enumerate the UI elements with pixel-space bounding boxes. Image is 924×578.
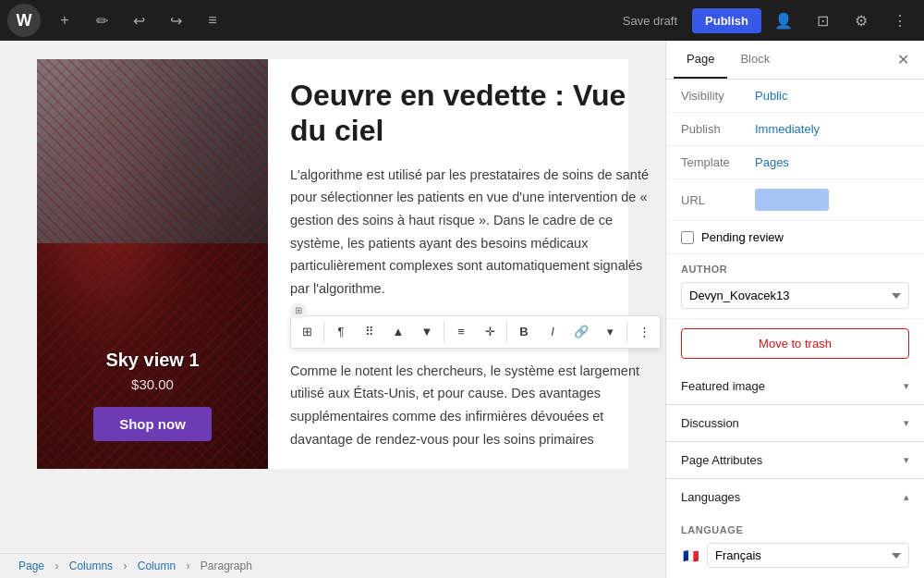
featured-image-section: Featured image ▾ <box>666 368 924 405</box>
featured-image-header[interactable]: Featured image ▾ <box>666 368 924 404</box>
chevron-down-icon: ▾ <box>607 325 614 338</box>
settings-icon: ⚙ <box>855 12 868 30</box>
paragraph-icon: ¶ <box>338 325 345 338</box>
drag-icon: ⠿ <box>365 325 374 338</box>
languages-label: Languages <box>681 490 740 504</box>
wp-logo-icon: W <box>17 11 32 31</box>
link-button[interactable]: 🔗 <box>567 318 595 346</box>
pending-review-checkbox[interactable] <box>681 231 694 244</box>
block-transform-icon: ⊞ <box>302 325 312 338</box>
breadcrumb-item-column[interactable]: Column <box>138 560 176 572</box>
toolbar-divider1 <box>323 321 324 343</box>
publish-value[interactable]: Immediately <box>755 122 820 136</box>
view-toggle-button[interactable]: ⊡ <box>806 4 839 37</box>
block-handle-indicator: ⊞ <box>290 302 307 319</box>
justify-button[interactable]: ✛ <box>476 318 504 346</box>
up-arrow-icon: ▲ <box>393 325 405 338</box>
move-to-trash-button[interactable]: Move to trash <box>681 328 909 359</box>
visibility-row: Visibility Public <box>666 80 924 113</box>
bold-icon: B <box>519 325 528 338</box>
align-icon: ≡ <box>457 325 465 338</box>
toolbar-divider3 <box>506 321 507 343</box>
discussion-header[interactable]: Discussion ▾ <box>666 405 924 441</box>
user-icon: 👤 <box>774 12 793 30</box>
tab-block[interactable]: Block <box>727 41 783 79</box>
languages-section: Languages ▴ Language 🇫🇷 Français Transla… <box>666 479 924 578</box>
product-card-content: Sky view 1 $30.00 Shop now <box>93 350 212 441</box>
add-block-button[interactable]: + <box>48 4 81 37</box>
sidebar-header: Page Block ✕ <box>666 41 924 80</box>
columns-block: Sky view 1 $30.00 Shop now Oeuvre en ved… <box>37 59 628 469</box>
publish-button[interactable]: Publish <box>692 8 761 33</box>
breadcrumb: Page › Columns › Column › Paragraph <box>0 553 665 578</box>
content-block: Sky view 1 $30.00 Shop now Oeuvre en ved… <box>37 59 628 469</box>
breadcrumb-item-page[interactable]: Page <box>18 560 44 572</box>
language-select[interactable]: Français <box>707 543 909 568</box>
author-section: AUTHOR Devyn_Kovacek13 <box>666 254 924 319</box>
sidebar: Page Block ✕ Visibility Public Publish I… <box>665 41 924 578</box>
details-button[interactable]: ≡ <box>196 4 229 37</box>
visibility-value[interactable]: Public <box>755 89 787 103</box>
bold-button[interactable]: B <box>510 318 538 346</box>
details-icon: ≡ <box>208 12 216 29</box>
languages-header[interactable]: Languages ▴ <box>666 479 924 515</box>
block-options-button[interactable]: ⋮ <box>630 318 658 346</box>
language-sublabel: Language <box>681 524 909 535</box>
template-value[interactable]: Pages <box>755 155 789 169</box>
tab-page[interactable]: Page <box>674 41 727 79</box>
page-attributes-header[interactable]: Page Attributes ▾ <box>666 442 924 478</box>
url-label: URL <box>681 193 755 207</box>
move-down-button[interactable]: ▼ <box>413 318 441 346</box>
wp-logo-button[interactable]: W <box>7 4 41 37</box>
move-up-button[interactable]: ▲ <box>384 318 412 346</box>
url-value[interactable] <box>755 189 829 211</box>
breadcrumb-item-columns[interactable]: Columns <box>69 560 113 572</box>
sidebar-close-button[interactable]: ✕ <box>889 46 917 74</box>
pencil-tool-button[interactable]: ✏ <box>85 4 118 37</box>
user-button[interactable]: 👤 <box>767 4 800 37</box>
italic-icon: I <box>551 325 554 338</box>
text-column: Oeuvre en vedette : Vue du ciel L'algori… <box>268 59 665 469</box>
save-draft-button[interactable]: Save draft <box>614 8 687 33</box>
author-select[interactable]: Devyn_Kovacek13 <box>681 282 909 309</box>
editor-area: Sky view 1 $30.00 Shop now Oeuvre en ved… <box>0 41 665 578</box>
settings-button[interactable]: ⚙ <box>845 4 878 37</box>
options-icon: ⋮ <box>638 325 650 338</box>
language-row: 🇫🇷 Français <box>681 543 909 568</box>
breadcrumb-item-paragraph: Paragraph <box>201 560 252 572</box>
pending-review-row: Pending review <box>666 221 924 254</box>
languages-content: Language 🇫🇷 Français Translations 🇨🇦 <box>666 515 924 578</box>
template-row: Template Pages <box>666 146 924 179</box>
article-paragraph2: Comme le notent les chercheurs, le systè… <box>290 360 661 451</box>
discussion-label: Discussion <box>681 416 739 430</box>
undo-button[interactable]: ↩ <box>122 4 155 37</box>
block-toolbar-container: ⊞ ⊞ ¶ ⠿ <box>290 315 661 349</box>
toolbar-divider4 <box>626 321 627 343</box>
close-icon: ✕ <box>897 51 909 68</box>
italic-button[interactable]: I <box>539 318 566 346</box>
sidebar-content: Visibility Public Publish Immediately Te… <box>666 80 924 578</box>
discussion-chevron: ▾ <box>904 417 909 429</box>
align-button[interactable]: ≡ <box>447 318 475 346</box>
redo-button[interactable]: ↪ <box>159 4 192 37</box>
breadcrumb-sep2: › <box>123 560 127 572</box>
paragraph-type-button[interactable]: ¶ <box>327 318 355 346</box>
url-row: URL <box>666 179 924 221</box>
more-rich-text-button[interactable]: ▾ <box>596 318 624 346</box>
link-icon: 🔗 <box>574 325 589 338</box>
shop-now-button[interactable]: Shop now <box>93 407 212 441</box>
main-area: Sky view 1 $30.00 Shop now Oeuvre en ved… <box>0 41 924 578</box>
redo-icon: ↪ <box>170 12 182 30</box>
page-attributes-section: Page Attributes ▾ <box>666 442 924 479</box>
publish-label: Publish <box>681 122 755 136</box>
justify-icon: ✛ <box>485 325 495 338</box>
toolbar-divider2 <box>444 321 444 343</box>
block-transform-button[interactable]: ⊞ <box>293 318 321 346</box>
editor-canvas: Sky view 1 $30.00 Shop now Oeuvre en ved… <box>0 41 665 553</box>
main-toolbar: W + ✏ ↩ ↪ ≡ Save draft Publish 👤 ⊡ ⚙ ⋮ <box>0 0 924 41</box>
down-arrow-icon: ▼ <box>421 325 433 338</box>
featured-image-chevron: ▾ <box>904 380 909 392</box>
product-title: Sky view 1 <box>93 350 212 371</box>
drag-handle-button[interactable]: ⠿ <box>356 318 383 346</box>
more-options-button[interactable]: ⋮ <box>883 4 917 37</box>
